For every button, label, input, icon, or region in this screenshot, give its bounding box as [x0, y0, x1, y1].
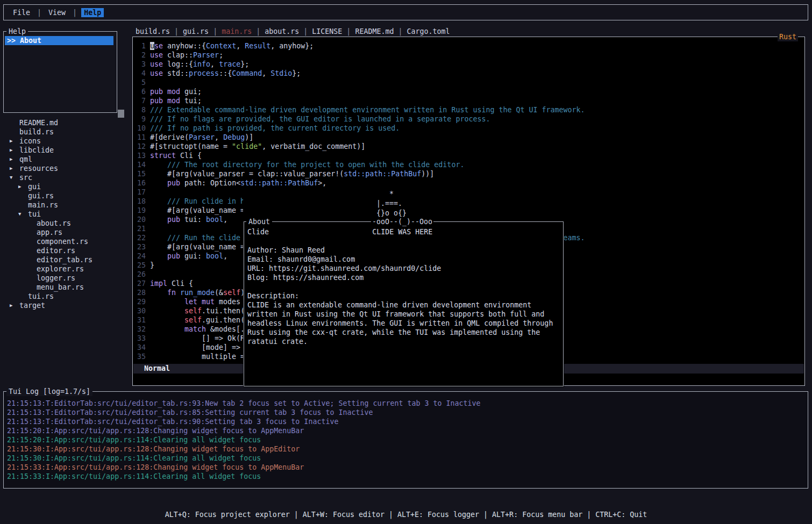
tree-item-label: editor.rs: [37, 246, 75, 255]
about-dialog: About -ooO--(_)--Ooo Clide CLIDE WAS HER…: [244, 221, 564, 386]
tree-item-label: logger.rs: [37, 274, 75, 283]
tree-item-label: target: [19, 301, 45, 310]
tree-item-main.rs[interactable]: main.rs: [3, 200, 128, 210]
tree-item-label: about.rs: [37, 219, 71, 228]
chevron-expanded-icon: ▼: [10, 173, 19, 182]
chevron-collapsed-icon: ▶: [10, 301, 19, 310]
menu-bar: File | View | Help: [3, 4, 808, 20]
line-number: 4: [137, 69, 146, 78]
code-line-1: 1use anyhow::{Context, Result, anyhow};: [137, 41, 803, 51]
tree-item-explorer.rs[interactable]: explorer.rs: [3, 264, 128, 274]
menu-item-view[interactable]: View: [46, 8, 68, 17]
tree-item-build.rs[interactable]: build.rs: [3, 127, 128, 137]
line-number: 5: [137, 78, 146, 87]
tab-main.rs[interactable]: main.rs: [222, 27, 252, 35]
log-line: 21:15:20:I:App:src/tui/app.rs:128:Changi…: [7, 426, 806, 435]
line-number: 35: [137, 352, 146, 361]
chevron-collapsed-icon: ▶: [10, 137, 19, 146]
about-ascii-art: * |.===. {}o o{}: [376, 189, 407, 218]
tree-item-src[interactable]: ▼src: [3, 173, 128, 182]
line-number: 24: [137, 252, 146, 261]
tree-item-tui.rs[interactable]: tui.rs: [3, 292, 128, 301]
tree-item-libclide[interactable]: ▶libclide: [3, 146, 128, 155]
tree-item-logger.rs[interactable]: logger.rs: [3, 274, 128, 283]
log-line: 21:15:30:I:App:src/tui/app.rs:114:Cleari…: [7, 454, 806, 463]
footer-keybindings: ALT+Q: Focus project explorer | ALT+W: F…: [0, 491, 812, 524]
line-number: 34: [137, 343, 146, 352]
tree-item-menu_bar.rs[interactable]: menu_bar.rs: [3, 283, 128, 292]
line-number: 14: [137, 160, 146, 169]
tree-item-label: gui: [28, 182, 41, 191]
line-number: 18: [137, 197, 146, 206]
line-number: 15: [137, 169, 146, 178]
code-line-5: 5: [137, 78, 803, 87]
line-number: 28: [137, 288, 146, 297]
code-line-13: 13struct Cli {: [137, 151, 803, 160]
tree-item-editor.rs[interactable]: editor.rs: [3, 246, 128, 255]
menu-separator: |: [33, 9, 46, 17]
tab-about.rs[interactable]: about.rs: [265, 27, 299, 35]
line-number: 33: [137, 334, 146, 343]
tab-cargo.toml[interactable]: Cargo.toml: [407, 27, 450, 35]
tree-item-label: resources: [19, 164, 58, 173]
code-line-11: 11#[derive(Parser, Debug)]: [137, 133, 803, 142]
explorer-scrollbar-thumb[interactable]: [118, 110, 124, 118]
log-panel[interactable]: Tui Log [log=1.7/s] 21:15:13:T:EditorTab…: [3, 391, 808, 489]
project-explorer: README.mdbuild.rs▶icons▶libclide▶qml▶res…: [3, 118, 128, 310]
tree-item-app.rs[interactable]: app.rs: [3, 228, 128, 237]
log-line: 21:15:20:I:App:src/tui/app.rs:114:Cleari…: [7, 435, 806, 444]
line-number: 26: [137, 270, 146, 279]
code-line-4: 4use std::process::{Command, Stdio};: [137, 69, 803, 78]
tab-build.rs[interactable]: build.rs: [136, 27, 170, 35]
help-menu-item-about[interactable]: >> About: [5, 36, 113, 45]
line-number: 27: [137, 279, 146, 288]
tab-license[interactable]: LICENSE: [312, 27, 342, 35]
tree-item-gui.rs[interactable]: gui.rs: [3, 191, 128, 200]
line-number: 25: [137, 261, 146, 270]
line-number: 1: [137, 41, 146, 51]
line-number: 23: [137, 242, 146, 252]
code-line-8: 8/// Extendable command-line driven deve…: [137, 105, 803, 114]
menu-item-file[interactable]: File: [10, 8, 33, 17]
tree-item-target[interactable]: ▶target: [3, 301, 128, 310]
about-title-decoration: -ooO--(_)--Ooo: [371, 217, 433, 226]
chevron-collapsed-icon: ▶: [10, 146, 19, 155]
line-number: 8: [137, 105, 146, 114]
line-number: 2: [137, 51, 146, 60]
footer-keybindings-line1: ALT+Q: Focus project explorer | ALT+W: F…: [0, 510, 812, 520]
line-number: 22: [137, 233, 146, 242]
menu-item-help[interactable]: Help: [81, 8, 104, 17]
log-panel-title: Tui Log [log=1.7/s]: [6, 387, 92, 396]
line-number: 32: [137, 325, 146, 334]
tree-item-icons[interactable]: ▶icons: [3, 137, 128, 146]
tree-item-README.md[interactable]: README.md: [3, 118, 128, 127]
tree-item-about.rs[interactable]: about.rs: [3, 219, 128, 228]
code-line-6: 6pub mod gui;: [137, 87, 803, 96]
editor-tab-bar: build.rs | gui.rs | main.rs | about.rs |…: [136, 27, 450, 36]
line-number: 7: [137, 96, 146, 105]
tree-item-resources[interactable]: ▶resources: [3, 164, 128, 173]
tab-gui.rs[interactable]: gui.rs: [183, 27, 209, 35]
tab-readme.md[interactable]: README.md: [355, 27, 394, 35]
tree-item-qml[interactable]: ▶qml: [3, 155, 128, 164]
line-number: 10: [137, 124, 146, 133]
line-number: 9: [137, 114, 146, 124]
language-badge: Rust: [778, 32, 798, 41]
tree-item-tui[interactable]: ▼tui: [3, 210, 128, 219]
log-line: 21:15:13:T:EditorTab:src/tui/editor_tab.…: [7, 408, 806, 417]
code-line-12: 12#[structopt(name = "clide", verbatim_d…: [137, 142, 803, 151]
chevron-collapsed-icon: ▶: [10, 155, 19, 164]
tree-item-label: gui.rs: [28, 191, 54, 200]
code-line-2: 2use clap::Parser;: [137, 51, 803, 60]
tree-item-label: main.rs: [28, 200, 58, 210]
tree-item-label: src: [19, 173, 32, 182]
code-line-10: 10/// If no path is provided, the curren…: [137, 124, 803, 133]
tree-item-label: tui.rs: [28, 292, 54, 301]
tree-item-gui[interactable]: ▶gui: [3, 182, 128, 191]
code-line-3: 3use log::{info, trace};: [137, 60, 803, 69]
tree-item-label: app.rs: [37, 228, 62, 237]
tab-separator: |: [252, 27, 265, 35]
tree-item-editor_tab.rs[interactable]: editor_tab.rs: [3, 255, 128, 264]
line-number: 21: [137, 224, 146, 233]
tree-item-component.rs[interactable]: component.rs: [3, 237, 128, 246]
